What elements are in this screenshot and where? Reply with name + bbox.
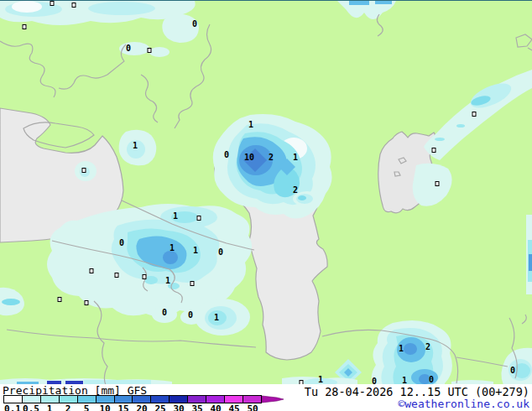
copyright-link[interactable]: ©weatheronline.co.uk bbox=[398, 398, 529, 410]
grid-point-marker bbox=[85, 300, 89, 305]
legend-tick: 30 bbox=[170, 403, 188, 411]
precip-value-label: 2 bbox=[293, 186, 298, 195]
legend-tick: 35 bbox=[188, 403, 206, 411]
precip-value-label: 0 bbox=[126, 44, 131, 53]
precip-value-label: 1 bbox=[318, 376, 323, 384]
legend-tick-labels: 0.10.5125101520253035404550 bbox=[3, 403, 262, 411]
grid-point-marker bbox=[23, 24, 27, 29]
legend-tick: 45 bbox=[225, 403, 243, 411]
legend-tick: 50 bbox=[243, 403, 262, 411]
legend-segment bbox=[206, 396, 225, 403]
legend-segment bbox=[151, 396, 170, 403]
grid-point-marker bbox=[148, 48, 152, 53]
legend-tick: 0.5 bbox=[22, 403, 40, 411]
precip-value-label: 2 bbox=[269, 153, 274, 162]
legend-color-bar bbox=[3, 395, 262, 403]
legend-segment bbox=[133, 396, 151, 403]
grid-point-marker bbox=[436, 181, 440, 186]
precip-value-label: 0 bbox=[218, 248, 223, 257]
forecast-datetime: Tu 28-04-2026 12..15 UTC (00+279) bbox=[305, 385, 529, 398]
legend-tick: 5 bbox=[77, 403, 96, 411]
legend-segment bbox=[60, 396, 78, 403]
legend-segment bbox=[225, 396, 243, 403]
precip-value-label: 1 bbox=[248, 121, 253, 129]
grid-point-marker bbox=[82, 168, 86, 173]
grid-point-marker bbox=[197, 216, 201, 221]
precip-value-label: 1 bbox=[133, 142, 138, 150]
legend-segment bbox=[41, 396, 60, 403]
precip-value-label: 0 bbox=[510, 367, 515, 375]
precip-value-label: 1 bbox=[193, 247, 198, 255]
legend-tick: 1 bbox=[40, 403, 59, 411]
legend-segment bbox=[188, 396, 206, 403]
legend-bar-area: Precipitation [mm] GFS 0.10.512510152025… bbox=[0, 384, 532, 411]
weather-map: 00101021211011010011210100 bbox=[0, 0, 532, 385]
precip-value-label: 1 bbox=[399, 345, 404, 353]
precip-value-label: 1 bbox=[173, 212, 178, 221]
legend-segment bbox=[4, 396, 23, 403]
map-value-labels: 00101021211011010011210100 bbox=[0, 1, 532, 385]
legend-segment bbox=[115, 396, 133, 403]
legend-segment bbox=[170, 396, 188, 403]
legend-tick: 40 bbox=[206, 403, 225, 411]
grid-point-marker bbox=[115, 273, 119, 278]
weather-map-page: 00101021211011010011210100 Precipitation… bbox=[0, 0, 532, 411]
legend-segment bbox=[78, 396, 96, 403]
grid-point-marker bbox=[90, 268, 94, 273]
legend-tick: 10 bbox=[96, 403, 114, 411]
grid-point-marker bbox=[143, 274, 147, 279]
grid-point-marker bbox=[50, 1, 55, 6]
precip-value-label: 0 bbox=[224, 151, 229, 159]
precip-value-label: 0 bbox=[119, 239, 124, 247]
legend-tick: 2 bbox=[59, 403, 77, 411]
legend-arrow-icon bbox=[262, 393, 284, 405]
legend-tick: 25 bbox=[151, 403, 170, 411]
legend-tick: 15 bbox=[114, 403, 133, 411]
grid-point-marker bbox=[190, 281, 195, 286]
legend-tick: 20 bbox=[133, 403, 151, 411]
precip-value-label: 0 bbox=[188, 311, 193, 320]
grid-point-marker bbox=[472, 112, 477, 117]
precip-value-label: 0 bbox=[162, 309, 167, 317]
legend-tick: 0.1 bbox=[3, 403, 22, 411]
legend-segment bbox=[23, 396, 41, 403]
grid-point-marker bbox=[58, 297, 62, 302]
precip-value-label: 1 bbox=[170, 244, 175, 252]
precip-value-label: 2 bbox=[425, 343, 430, 351]
precip-value-label: 10 bbox=[244, 153, 254, 162]
precip-value-label: 0 bbox=[429, 376, 434, 384]
grid-point-marker bbox=[72, 3, 76, 8]
precip-value-label: 1 bbox=[214, 314, 219, 322]
precip-value-label: 0 bbox=[192, 20, 197, 29]
legend-segment bbox=[96, 396, 115, 403]
grid-point-marker bbox=[432, 148, 436, 153]
precip-value-label: 1 bbox=[165, 277, 170, 285]
precip-value-label: 1 bbox=[293, 153, 298, 162]
legend-segment bbox=[243, 396, 261, 403]
